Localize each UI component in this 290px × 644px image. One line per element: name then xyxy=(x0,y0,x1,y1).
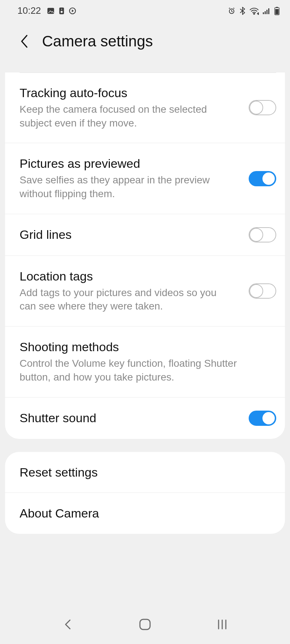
row-title: Shutter sound xyxy=(20,411,240,425)
wifi-icon: + xyxy=(249,7,259,15)
svg-point-3 xyxy=(61,9,62,10)
row-text: Pictures as previewed Save selfies as th… xyxy=(20,156,240,200)
nav-back-button[interactable] xyxy=(53,614,82,635)
row-text: Grid lines xyxy=(20,227,240,242)
nav-home-button[interactable] xyxy=(130,614,160,635)
back-button[interactable] xyxy=(17,34,32,49)
row-subtitle: Control the Volume key function, floatin… xyxy=(20,357,252,384)
settings-group-1: Tracking auto-focus Keep the camera focu… xyxy=(5,72,285,439)
row-title: About Camera xyxy=(20,506,276,521)
chevron-left-icon xyxy=(20,33,30,49)
row-text: Reset settings xyxy=(20,465,276,480)
header: Camera settings xyxy=(0,18,290,62)
svg-point-7 xyxy=(254,13,255,14)
svg-point-4 xyxy=(61,11,63,13)
row-text: Shooting methods Control the Volume key … xyxy=(20,340,276,384)
row-title: Reset settings xyxy=(20,465,276,480)
svg-rect-12 xyxy=(268,8,269,14)
row-subtitle: Add tags to your pictures and videos so … xyxy=(20,286,223,313)
toggle-location-tags[interactable] xyxy=(249,283,276,299)
bluetooth-icon xyxy=(239,7,246,15)
home-square-icon xyxy=(138,617,152,632)
status-left: 10:22 xyxy=(17,5,76,16)
row-title: Grid lines xyxy=(20,227,240,242)
play-circle-icon xyxy=(69,7,76,15)
row-shutter-sound[interactable]: Shutter sound xyxy=(5,398,285,439)
row-subtitle: Keep the camera focused on the selected … xyxy=(20,103,223,130)
status-bar: 10:22 + xyxy=(0,0,290,18)
row-text: Shutter sound xyxy=(20,411,240,425)
row-about-camera[interactable]: About Camera xyxy=(5,493,285,534)
navigation-bar xyxy=(0,609,290,644)
svg-rect-10 xyxy=(265,11,266,14)
row-title: Location tags xyxy=(20,269,240,284)
signal-icon xyxy=(262,7,270,14)
row-title: Pictures as previewed xyxy=(20,156,240,171)
row-grid-lines[interactable]: Grid lines xyxy=(5,214,285,256)
page-title: Camera settings xyxy=(42,33,153,50)
svg-rect-16 xyxy=(140,619,150,630)
toggle-shutter-sound[interactable] xyxy=(249,411,276,426)
svg-point-1 xyxy=(49,9,50,10)
alarm-icon xyxy=(228,7,236,15)
toggle-grid-lines[interactable] xyxy=(249,227,276,242)
row-text: Location tags Add tags to your pictures … xyxy=(20,269,240,313)
row-text: Tracking auto-focus Keep the camera focu… xyxy=(20,86,240,130)
recents-icon xyxy=(216,618,228,631)
nav-recents-button[interactable] xyxy=(208,614,237,635)
row-title: Tracking auto-focus xyxy=(20,86,240,100)
chevron-left-icon xyxy=(62,617,73,632)
svg-rect-11 xyxy=(266,10,268,14)
row-subtitle: Save selfies as they appear in the previ… xyxy=(20,173,223,201)
settings-group-2: Reset settings About Camera xyxy=(5,452,285,534)
svg-text:+: + xyxy=(257,12,259,15)
row-shooting-methods[interactable]: Shooting methods Control the Volume key … xyxy=(5,327,285,397)
svg-rect-14 xyxy=(276,7,278,8)
status-right: + xyxy=(228,7,280,15)
status-time: 10:22 xyxy=(17,5,41,16)
battery-icon xyxy=(274,7,280,15)
row-tracking-auto-focus[interactable]: Tracking auto-focus Keep the camera focu… xyxy=(5,72,285,143)
toggle-tracking-auto-focus[interactable] xyxy=(249,100,276,115)
row-text: About Camera xyxy=(20,506,276,521)
row-title: Shooting methods xyxy=(20,340,276,354)
speaker-icon xyxy=(58,7,65,15)
image-icon xyxy=(47,7,55,15)
svg-rect-15 xyxy=(276,9,279,14)
svg-rect-9 xyxy=(263,12,264,14)
toggle-pictures-as-previewed[interactable] xyxy=(249,171,276,186)
row-location-tags[interactable]: Location tags Add tags to your pictures … xyxy=(5,256,285,327)
row-pictures-as-previewed[interactable]: Pictures as previewed Save selfies as th… xyxy=(5,143,285,214)
row-reset-settings[interactable]: Reset settings xyxy=(5,452,285,493)
